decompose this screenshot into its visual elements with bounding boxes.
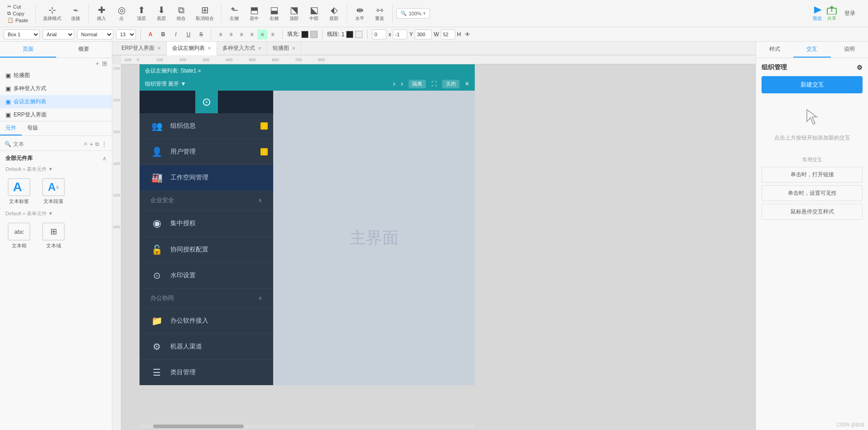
top-layer-button[interactable]: ⬆ 顶层 [132, 4, 150, 24]
text-align-left-button[interactable]: ≡ [216, 29, 226, 39]
comp-tab-master[interactable]: 母版 [22, 121, 43, 135]
w-input[interactable] [415, 29, 432, 39]
proto-menu-collab-auth[interactable]: 🔓 协同授权配置 [140, 237, 273, 263]
stroke-style[interactable] [355, 31, 362, 38]
page-item-erp-login[interactable]: ▣ ERP登入界面 [0, 108, 112, 121]
canvas-tab-meeting-close-icon[interactable]: ✕ [207, 46, 211, 51]
expand-icon[interactable]: ∧ [102, 155, 106, 162]
add-folder-icon[interactable]: ⊞ [102, 60, 107, 67]
align-top-button[interactable]: ⬔ 顶部 [285, 4, 303, 24]
fill-color-light[interactable] [310, 31, 318, 38]
zoom-control[interactable]: 🔍 100% ▾ [396, 8, 430, 19]
bold-button[interactable]: B [158, 29, 168, 39]
tab-overview[interactable]: 概要 [56, 42, 112, 58]
stroke-color[interactable] [346, 31, 353, 38]
align-middle-button[interactable]: ⬕ 中部 [305, 4, 323, 24]
share-button[interactable]: 共享 [826, 5, 837, 22]
proto-section-enterprise[interactable]: 企业安全 ∧ [140, 191, 273, 210]
copy-button[interactable]: ⧉ Copy [7, 10, 28, 17]
group-button[interactable]: ⧉ 组合 [172, 4, 190, 24]
text-align-active-button[interactable]: ≡ [257, 29, 267, 39]
x-input[interactable] [372, 29, 386, 39]
vertical-distribute-button[interactable]: ⇿ 重直 [371, 4, 389, 24]
proto-menu-category[interactable]: ☰ 类目管理 [140, 360, 273, 385]
canvas-tab-erp[interactable]: ERP登入界面 ✕ [116, 42, 167, 55]
y-input[interactable] [393, 29, 407, 39]
page-item-meeting-sidebar[interactable]: ▣ 会议左侧列表 [0, 95, 112, 108]
text-label-element[interactable]: A_ 文本标签 [5, 178, 33, 205]
text-field-element[interactable]: abc 文本框 [5, 222, 33, 249]
proto-menu-office-software[interactable]: 📁 办公软件接入 [140, 308, 273, 334]
underline-button[interactable]: U [183, 29, 193, 39]
canvas-tab-carousel-close-icon[interactable]: ✕ [292, 46, 295, 51]
more-options-icon[interactable]: ⋮ [101, 140, 107, 148]
frame-nav-prev-icon[interactable]: › [393, 80, 395, 88]
horizontal-scrollbar[interactable] [140, 425, 475, 428]
text-paragraph-element[interactable]: A≡ 文本段落 [40, 178, 67, 205]
login-button[interactable]: 登录 [841, 8, 859, 19]
search-clear-icon[interactable]: ✕ [83, 141, 88, 147]
paste-button[interactable]: 📋 Paste [7, 17, 28, 24]
canvas-tab-multi-login[interactable]: 多种登入方式 ✕ [217, 42, 267, 55]
proto-menu-robot[interactable]: ⚙ 机器人渠道 [140, 334, 273, 360]
right-tab-style[interactable]: 样式 [756, 42, 793, 58]
preview-button[interactable]: 预览 [812, 5, 823, 22]
interaction-hover-style[interactable]: 鼠标悬停交互样式 [762, 204, 863, 220]
point-button[interactable]: ◎ 点 [112, 4, 130, 24]
frame-nav-next-icon[interactable]: › [401, 80, 403, 88]
align-right-button[interactable]: ⬓ 右侧 [265, 4, 283, 24]
right-tab-explain[interactable]: 说明 [831, 42, 868, 58]
tab-page[interactable]: 页面 [0, 42, 56, 58]
ungroup-button[interactable]: ⊞ 取消组合 [192, 4, 217, 24]
proto-menu-user-mgmt[interactable]: 👤 用户管理 ⚡ [140, 139, 273, 165]
canvas-tab-multi-login-close-icon[interactable]: ✕ [258, 46, 261, 51]
font-family-selector[interactable]: Arial [43, 29, 74, 39]
frame-close-button[interactable]: 关闭 [442, 80, 459, 88]
select-mode-button[interactable]: ⊹ 选择模式 [39, 4, 65, 24]
proto-section-office[interactable]: 办公协同 ∧ [140, 289, 273, 308]
canvas-tab-meeting[interactable]: 会议左侧列表 ✕ [167, 42, 217, 55]
italic-button[interactable]: I [171, 29, 181, 39]
horizontal-distribute-button[interactable]: ⇼ 水平 [351, 4, 369, 24]
proto-menu-org-info[interactable]: 👥 组织信息 ⚡ [140, 113, 273, 139]
text-align-center-button[interactable]: ≡ [226, 29, 236, 39]
search-input[interactable] [13, 141, 82, 147]
text-align-extra-button[interactable]: ≡ [268, 29, 278, 39]
scrollbar-thumb[interactable] [153, 425, 244, 428]
font-size-selector[interactable]: 13 [116, 29, 136, 39]
visibility-button[interactable]: 👁 [463, 29, 473, 39]
interaction-set-visibility[interactable]: 单击时，设置可见性 [762, 185, 863, 201]
text-align-justify-button[interactable]: ≡ [247, 29, 257, 39]
box-selector[interactable]: Box 1 [4, 29, 40, 39]
text-align-right-button[interactable]: ≡ [236, 29, 246, 39]
align-center-button[interactable]: ⬒ 居中 [245, 4, 263, 24]
connect-button[interactable]: ⌁ 连接 [67, 4, 85, 24]
right-tab-interact[interactable]: 交互 [793, 42, 830, 58]
proto-menu-workspace[interactable]: 🏭 工作空间管理 [140, 165, 273, 191]
settings-icon[interactable]: ⚙ [857, 64, 863, 71]
comp-tab-elements[interactable]: 元件 [0, 121, 22, 135]
bottom-layer-button[interactable]: ⬇ 底层 [152, 4, 170, 24]
interaction-open-link[interactable]: 单击时，打开链接 [762, 167, 863, 183]
frame-close-x-icon[interactable]: ✕ [465, 81, 469, 87]
frame-resize-icon[interactable]: ⛶ [431, 81, 437, 87]
add-component-icon[interactable]: + [90, 140, 93, 148]
page-item-carousel[interactable]: ▣ 轮播图 [0, 69, 112, 82]
h-input[interactable] [441, 29, 455, 39]
frame-isolate-button[interactable]: 隔离 [409, 80, 426, 88]
add-page-icon[interactable]: + [96, 60, 99, 67]
strikethrough-button[interactable]: S [196, 29, 206, 39]
page-item-multi-login[interactable]: ▣ 多种登入方式 [0, 82, 112, 95]
align-left-button[interactable]: ⬑ 左侧 [225, 4, 243, 24]
proto-menu-central-auth[interactable]: ◉ 集中授权 [140, 210, 273, 237]
insert-button[interactable]: ✚ 插入 [92, 4, 111, 24]
canvas-tab-carousel[interactable]: 轮播图 ✕ [267, 42, 301, 55]
proto-menu-watermark[interactable]: ⊙ 水印设置 [140, 263, 273, 289]
new-interaction-button[interactable]: 新建交互 [762, 76, 863, 93]
duplicate-component-icon[interactable]: ⧉ [95, 141, 99, 147]
font-color-button[interactable]: A [145, 29, 155, 39]
fill-color-black[interactable] [301, 31, 309, 38]
font-style-selector[interactable]: Normal [77, 29, 113, 39]
align-bottom-button[interactable]: ⬖ 底部 [325, 4, 343, 24]
cut-button[interactable]: ✂ Cut [7, 3, 28, 10]
